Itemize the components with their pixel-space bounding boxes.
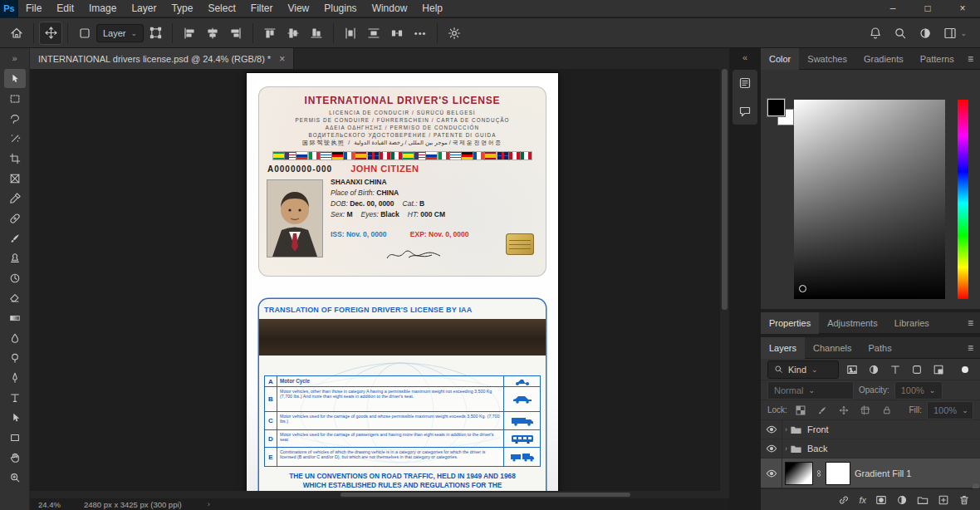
status-chevron-icon[interactable]: ›	[208, 500, 210, 508]
panel-menu-icon[interactable]: ≡	[968, 342, 980, 354]
minimize-button[interactable]: –	[875, 0, 910, 17]
foreground-background-swatches[interactable]	[768, 100, 793, 125]
eraser-tool-icon[interactable]	[4, 288, 26, 307]
align-right-icon[interactable]	[224, 22, 247, 45]
lasso-tool-icon[interactable]	[4, 109, 26, 128]
distribute-vertical-icon[interactable]	[362, 22, 385, 45]
delete-layer-trash-icon[interactable]	[958, 494, 970, 506]
tab-channels[interactable]: Channels	[805, 337, 860, 359]
align-center-horizontal-icon[interactable]	[201, 22, 224, 45]
tab-properties[interactable]: Properties	[761, 312, 819, 334]
adjustment-layer-icon[interactable]	[896, 494, 908, 506]
chevron-right-icon[interactable]: ›	[785, 425, 787, 434]
search-icon[interactable]	[894, 27, 907, 40]
layer-row-front[interactable]: › Front	[761, 420, 980, 439]
distribute-horizontal-icon[interactable]	[339, 22, 362, 45]
tab-gradients[interactable]: Gradients	[855, 48, 912, 70]
panel-menu-icon[interactable]: ≡	[968, 317, 980, 329]
menu-filter[interactable]: Filter	[243, 2, 281, 14]
visibility-eye-icon[interactable]	[761, 439, 782, 458]
visibility-eye-icon[interactable]	[761, 459, 782, 488]
menu-type[interactable]: Type	[164, 2, 200, 14]
link-layers-icon[interactable]	[838, 494, 850, 506]
notifications-bell-icon[interactable]	[869, 27, 882, 40]
align-left-icon[interactable]	[178, 22, 201, 45]
canvas-horizontal-scrollbar[interactable]	[30, 491, 720, 498]
tab-layers[interactable]: Layers	[761, 337, 805, 359]
show-transform-controls-icon[interactable]	[144, 22, 167, 45]
tab-patterns[interactable]: Patterns	[912, 48, 963, 70]
zoom-level-field[interactable]: 24.4%	[38, 500, 61, 509]
tab-paths[interactable]: Paths	[860, 337, 900, 359]
hue-slider[interactable]	[958, 100, 968, 299]
comments-panel-icon[interactable]	[734, 101, 756, 121]
canvas-vertical-scrollbar[interactable]	[720, 69, 729, 498]
align-top-icon[interactable]	[258, 22, 282, 45]
visibility-eye-icon[interactable]	[761, 420, 782, 439]
saturation-brightness-field[interactable]	[794, 100, 945, 299]
tab-close-icon[interactable]: ×	[279, 53, 285, 65]
gradient-layer-thumbnail[interactable]	[786, 463, 812, 484]
menu-help[interactable]: Help	[414, 2, 450, 14]
document-tab[interactable]: INTERNATIONAL drivers license.psd @ 24.4…	[30, 48, 294, 69]
tab-swatches[interactable]: Swatches	[799, 48, 855, 70]
auto-select-checkbox[interactable]	[73, 22, 96, 45]
tab-adjustments[interactable]: Adjustments	[819, 312, 886, 334]
current-tool-move-icon[interactable]	[39, 22, 62, 45]
scrollbar-thumb[interactable]	[341, 493, 630, 497]
eyedropper-tool-icon[interactable]	[4, 189, 26, 208]
filter-toggle-icon[interactable]	[957, 362, 973, 377]
pen-tool-icon[interactable]	[4, 368, 26, 387]
zoom-tool-icon[interactable]	[4, 468, 26, 487]
learn-panel-icon[interactable]	[734, 73, 756, 93]
filter-smart-objects-icon[interactable]	[930, 362, 947, 377]
align-middle-vertical-icon[interactable]	[282, 22, 305, 45]
move-tool-icon[interactable]	[4, 69, 26, 88]
menu-file[interactable]: File	[18, 2, 49, 14]
menu-plugins[interactable]: Plugins	[316, 2, 364, 14]
clone-stamp-tool-icon[interactable]	[4, 248, 26, 267]
lock-transparency-icon[interactable]	[792, 403, 809, 418]
filter-type-layers-icon[interactable]	[887, 362, 904, 377]
theme-toggle-icon[interactable]	[919, 27, 932, 40]
hand-tool-icon[interactable]	[4, 448, 26, 467]
workspace-switcher-icon[interactable]: ⌄	[943, 27, 967, 40]
distribute-spacing-icon[interactable]	[385, 22, 409, 45]
gradient-tool-icon[interactable]	[4, 308, 26, 327]
foreground-color-swatch[interactable]	[768, 100, 784, 115]
type-tool-icon[interactable]	[4, 388, 26, 407]
dodge-tool-icon[interactable]	[4, 348, 26, 367]
new-layer-icon[interactable]	[938, 494, 949, 506]
marquee-tool-icon[interactable]	[4, 89, 26, 108]
auto-select-target-dropdown[interactable]: Layer ⌄	[96, 24, 144, 42]
tool-settings-gear-icon[interactable]	[443, 22, 466, 45]
lock-all-icon[interactable]	[879, 403, 895, 418]
toolbar-expand-icon[interactable]: »	[0, 48, 29, 68]
scrollbar-thumb[interactable]	[722, 69, 728, 310]
new-group-folder-icon[interactable]	[917, 494, 929, 506]
layer-effects-icon[interactable]: fx	[859, 495, 866, 505]
object-selection-tool-icon[interactable]	[4, 129, 26, 148]
layer-row-back[interactable]: › Back	[761, 439, 980, 459]
crop-tool-icon[interactable]	[4, 149, 26, 168]
add-layer-mask-icon[interactable]	[875, 494, 887, 506]
menu-window[interactable]: Window	[365, 2, 415, 14]
brush-tool-icon[interactable]	[4, 228, 26, 248]
more-options-button[interactable]: •••	[409, 22, 432, 45]
panel-menu-icon[interactable]: ≡	[968, 53, 980, 65]
filter-shape-layers-icon[interactable]	[909, 362, 925, 377]
fill-dropdown[interactable]: 100% ⌄	[927, 401, 973, 419]
maximize-button[interactable]: □	[910, 0, 945, 17]
mask-link-icon[interactable]	[815, 469, 823, 478]
layer-mask-thumbnail[interactable]	[826, 463, 850, 484]
color-cursor[interactable]	[799, 285, 806, 292]
layer-row-gradient-fill[interactable]: Gradient Fill 1	[761, 459, 980, 488]
close-button[interactable]: ×	[945, 0, 980, 17]
menu-view[interactable]: View	[280, 2, 316, 14]
shape-tool-icon[interactable]	[4, 428, 26, 447]
layer-filter-kind-dropdown[interactable]: Kind ⌄	[767, 360, 839, 379]
tab-libraries[interactable]: Libraries	[886, 312, 938, 334]
photoshop-logo-icon[interactable]: Ps	[0, 0, 18, 17]
path-selection-tool-icon[interactable]	[4, 408, 26, 427]
opacity-dropdown[interactable]: 100% ⌄	[894, 381, 943, 400]
